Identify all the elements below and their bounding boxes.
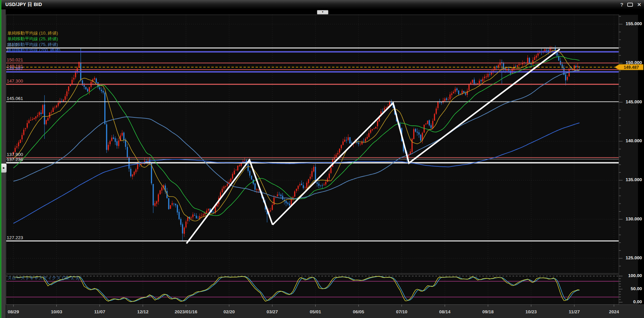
price-chart-canvas[interactable]: 149.487 (0, 0, 644, 318)
maximize-icon (627, 3, 633, 7)
maximize-button[interactable] (627, 0, 633, 10)
chevron-down-icon: ▼ (322, 11, 324, 13)
chevron-right-icon: ▶ (3, 166, 5, 169)
window-controls: ? ✕ (620, 0, 641, 9)
current-price-value: 149.487 (624, 65, 639, 70)
close-button[interactable]: ✕ (637, 0, 641, 9)
expand-sidebar-button[interactable]: ▶ (1, 163, 7, 173)
title-bar: USD/JPY 日 BID ? ✕ (0, 0, 644, 9)
window-title: USD/JPY 日 BID (5, 2, 42, 8)
chart-window: USD/JPY 日 BID ? ✕ ▶ ▼ 149.487 スローストキャスティ… (0, 0, 644, 318)
help-button[interactable]: ? (620, 0, 623, 9)
current-price-badge: 149.487 (614, 64, 643, 70)
collapse-panel-button[interactable]: ▼ (317, 10, 328, 14)
accent-stripe (0, 0, 1, 318)
